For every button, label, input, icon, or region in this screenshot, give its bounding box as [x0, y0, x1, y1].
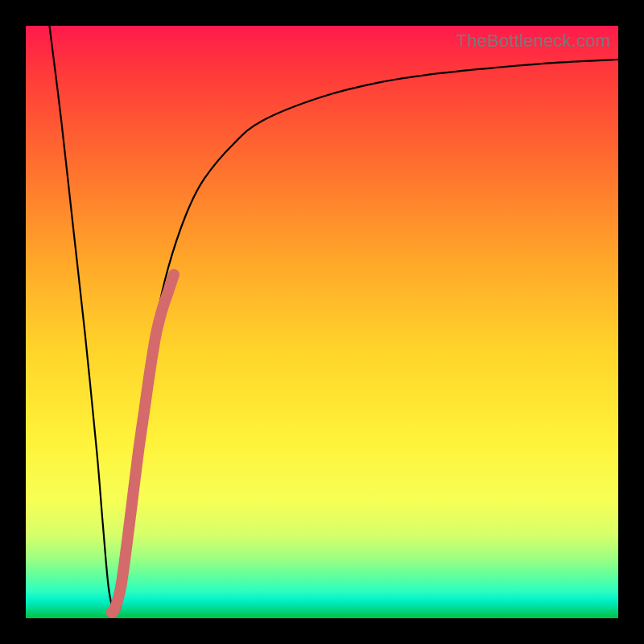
chart-frame: TheBottleneck.com — [0, 0, 644, 644]
chart-plot-area: TheBottleneck.com — [26, 26, 618, 618]
chart-svg — [26, 26, 618, 618]
highlight-segment-line — [112, 275, 174, 613]
